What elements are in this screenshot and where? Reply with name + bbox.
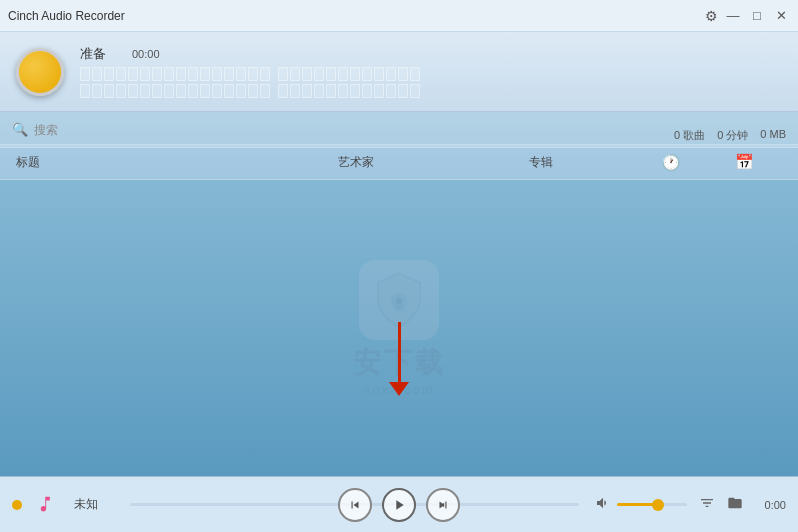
col-time-icon: 🕐: [634, 153, 708, 172]
arrow-line: [398, 322, 401, 382]
arrow-indicator: [389, 322, 409, 396]
header-area: 准备 00:00 🔍 0 歌曲 0 分钟 0: [0, 32, 798, 148]
meter-section: 准备 00:00: [80, 45, 782, 98]
time-display-top: 00:00: [132, 48, 160, 60]
size-count: 0 MB: [760, 128, 786, 143]
close-button[interactable]: ✕: [772, 7, 790, 25]
col-calendar-icon: 📅: [708, 153, 782, 171]
time-display: 0:00: [751, 499, 786, 511]
folder-icon[interactable]: [727, 495, 743, 514]
meter-row-left: [80, 67, 782, 81]
track-name: 未知: [74, 496, 114, 513]
transport-controls: [338, 488, 460, 522]
filter-icon[interactable]: [699, 495, 715, 514]
volume-icon: [595, 495, 611, 514]
column-headers: 标题 艺术家 专辑 🕐 📅: [0, 144, 798, 180]
svg-rect-1: [395, 305, 403, 311]
player-bar: 未知: [0, 476, 798, 532]
col-artist: 艺术家: [263, 154, 448, 171]
stats-row: 0 歌曲 0 分钟 0 MB: [674, 128, 786, 143]
music-icon: [30, 487, 66, 523]
volume-slider[interactable]: [617, 503, 687, 506]
record-button[interactable]: [16, 48, 64, 96]
calendar-icon: 📅: [735, 153, 754, 171]
maximize-button[interactable]: □: [748, 7, 766, 25]
top-panel: 准备 00:00: [0, 32, 798, 112]
next-button[interactable]: [426, 488, 460, 522]
status-label: 准备: [80, 45, 120, 63]
meter-row-right: [80, 84, 782, 98]
main-content: 安下载 anxz.com: [0, 180, 798, 476]
meter-bars-right2: [278, 84, 420, 98]
arrow-head: [389, 382, 409, 396]
progress-dot: [12, 500, 22, 510]
play-button[interactable]: [382, 488, 416, 522]
col-album: 专辑: [448, 154, 633, 171]
meter-bars-right: [80, 84, 270, 98]
titlebar: Cinch Audio Recorder ⚙ — □ ✕: [0, 0, 798, 32]
col-title: 标题: [16, 154, 263, 171]
search-icon: 🔍: [12, 122, 28, 137]
duration-count: 0 分钟: [717, 128, 748, 143]
meter-bars-left: [80, 67, 270, 81]
app-title: Cinch Audio Recorder: [8, 9, 125, 23]
volume-section: [595, 495, 687, 514]
settings-icon[interactable]: ⚙: [705, 8, 718, 24]
songs-count: 0 歌曲: [674, 128, 705, 143]
meter-bars-left2: [278, 67, 420, 81]
svg-point-0: [391, 293, 407, 309]
window-controls: ⚙ — □ ✕: [705, 7, 790, 25]
meter-label-row: 准备 00:00: [80, 45, 160, 63]
previous-button[interactable]: [338, 488, 372, 522]
clock-icon: 🕐: [661, 153, 681, 172]
minimize-button[interactable]: —: [724, 7, 742, 25]
meters-container: [80, 67, 782, 98]
volume-thumb: [652, 499, 664, 511]
svg-point-2: [396, 298, 402, 304]
